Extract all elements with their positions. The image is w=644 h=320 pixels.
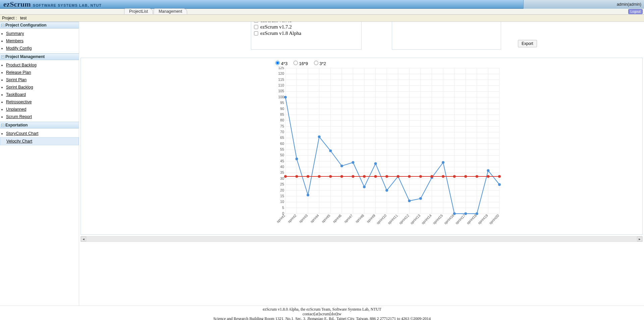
nav-velocity-chart[interactable]: Velocity Chart [6, 139, 32, 144]
project-label: Project : [2, 16, 17, 20]
scroll-right-icon[interactable]: ► [637, 236, 642, 242]
nav-sprint-backlog[interactable]: Sprint Backlog [6, 85, 33, 90]
svg-point-109 [476, 212, 478, 215]
svg-point-131 [498, 175, 501, 178]
svg-text:65: 65 [280, 136, 284, 140]
collapse-icon[interactable]: − [1, 55, 4, 58]
collapse-icon[interactable]: − [1, 124, 4, 127]
svg-text:120: 120 [278, 71, 284, 75]
svg-point-126 [442, 175, 444, 178]
svg-text:125: 125 [278, 67, 284, 70]
release-select-box: ezScrum v1.7.0 ezScrum v1.7.1 ezScrum v1… [251, 22, 362, 50]
svg-text:30: 30 [280, 176, 284, 180]
svg-text:sprint19: sprint19 [477, 213, 489, 225]
nav-storycount-chart[interactable]: StoryCount Chart [6, 131, 39, 136]
release-label: ezScrum v1.7.2 [260, 24, 292, 30]
svg-text:sprint16: sprint16 [443, 213, 455, 225]
nav-members[interactable]: Members [6, 39, 23, 43]
svg-point-118 [352, 175, 354, 178]
horizontal-scrollbar[interactable]: ◄ ► [80, 236, 643, 242]
scroll-track[interactable] [86, 236, 637, 242]
svg-text:105: 105 [278, 89, 284, 93]
svg-point-100 [374, 162, 377, 165]
svg-text:50: 50 [280, 153, 284, 157]
svg-point-127 [453, 175, 456, 178]
tab-bar: ProjectList Management Logout [0, 9, 644, 15]
svg-text:100: 100 [278, 95, 284, 99]
svg-text:110: 110 [278, 83, 284, 87]
aspect-3-2[interactable]: 3*2 [314, 61, 326, 66]
svg-point-110 [487, 169, 489, 172]
chart-panel: 4*3 16*9 3*2 051015202530354045505560657… [80, 58, 643, 235]
svg-point-111 [498, 183, 501, 186]
nav-taskboard[interactable]: TaskBoard [6, 92, 26, 97]
svg-text:115: 115 [278, 77, 284, 82]
svg-point-122 [397, 175, 399, 178]
svg-text:40: 40 [280, 165, 284, 169]
svg-point-129 [476, 175, 478, 178]
scroll-left-icon[interactable]: ◄ [81, 236, 86, 242]
svg-text:sprint17: sprint17 [454, 213, 466, 225]
nav-product-backlog[interactable]: Product Backlog [6, 63, 37, 67]
export-button[interactable]: Export [518, 40, 537, 47]
tab-management[interactable]: Management [154, 8, 187, 14]
svg-text:35: 35 [280, 170, 284, 174]
logo-subtext: SOFTWARE SYSTEMS LAB, NTUT [33, 3, 102, 7]
svg-point-119 [363, 175, 366, 178]
nav-summary[interactable]: Summary [6, 31, 24, 36]
svg-text:sprint2: sprint2 [287, 213, 297, 224]
svg-text:sprint15: sprint15 [432, 213, 444, 225]
svg-point-104 [419, 197, 422, 200]
svg-point-108 [464, 212, 467, 215]
release-option[interactable]: ezScrum v1.7.2 [254, 24, 359, 30]
nav-scrum-report[interactable]: Scrum Report [6, 114, 32, 119]
svg-point-93 [296, 158, 298, 160]
tab-projectlist[interactable]: ProjectList [124, 8, 153, 14]
release-label: ezScrum v1.7.1 [260, 22, 292, 23]
nav-release-plan[interactable]: Release Plan [6, 70, 31, 75]
logo: ezScrum SOFTWARE SYSTEMS LAB, NTUT [3, 0, 102, 9]
svg-point-123 [408, 175, 411, 178]
svg-text:25: 25 [280, 182, 284, 186]
aspect-4-3[interactable]: 4*3 [275, 61, 287, 66]
navgroup-config-title: Project Configuration [5, 23, 47, 28]
svg-text:95: 95 [280, 101, 284, 105]
release-option[interactable]: ezScrum v1.8 Alpha [254, 30, 359, 37]
logo-text: ezScrum [3, 0, 31, 9]
svg-point-128 [464, 175, 467, 178]
navgroup-config-header[interactable]: − Project Configuration [0, 22, 79, 29]
svg-text:sprint7: sprint7 [343, 213, 354, 224]
svg-text:sprint6: sprint6 [332, 213, 342, 224]
release-checkbox[interactable] [254, 25, 258, 29]
navgroup-export-header[interactable]: − Exportation [0, 122, 79, 128]
svg-point-113 [296, 175, 298, 178]
blank-box [392, 22, 501, 50]
svg-text:5: 5 [282, 206, 284, 210]
svg-point-94 [307, 194, 309, 196]
svg-text:70: 70 [280, 130, 284, 134]
nav-sprint-plan[interactable]: Sprint Plan [6, 77, 26, 82]
svg-point-96 [329, 150, 332, 152]
nav-retrospective[interactable]: Retrospective [6, 100, 32, 104]
logout-button[interactable]: Logout [628, 9, 643, 14]
aspect-16-9[interactable]: 16*9 [293, 61, 308, 66]
footer-line2: contact[at]scrum[dot]tw [1, 312, 643, 317]
navgroup-manage-header[interactable]: − Project Management [0, 53, 79, 60]
release-label: ezScrum v1.8 Alpha [260, 31, 301, 36]
top-banner: ezScrum SOFTWARE SYSTEMS LAB, NTUT admin… [0, 0, 644, 9]
svg-text:sprint3: sprint3 [298, 213, 309, 224]
svg-text:45: 45 [280, 159, 284, 163]
svg-point-99 [363, 185, 366, 188]
svg-text:sprint13: sprint13 [409, 213, 421, 225]
nav-unplanned[interactable]: Unplanned [6, 107, 26, 112]
svg-text:15: 15 [280, 194, 284, 198]
svg-point-98 [352, 161, 354, 164]
svg-text:sprint5: sprint5 [321, 213, 331, 224]
release-checkbox[interactable] [254, 31, 258, 35]
svg-point-125 [431, 175, 433, 178]
footer-line1: ezScrum v1.8.0 Alpha, the ezScrum Team, … [1, 307, 643, 312]
nav-modify-config[interactable]: Modify Config [6, 46, 32, 51]
release-checkbox[interactable] [254, 22, 258, 23]
aspect-row: 4*3 16*9 3*2 [84, 61, 640, 66]
collapse-icon[interactable]: − [1, 24, 4, 27]
